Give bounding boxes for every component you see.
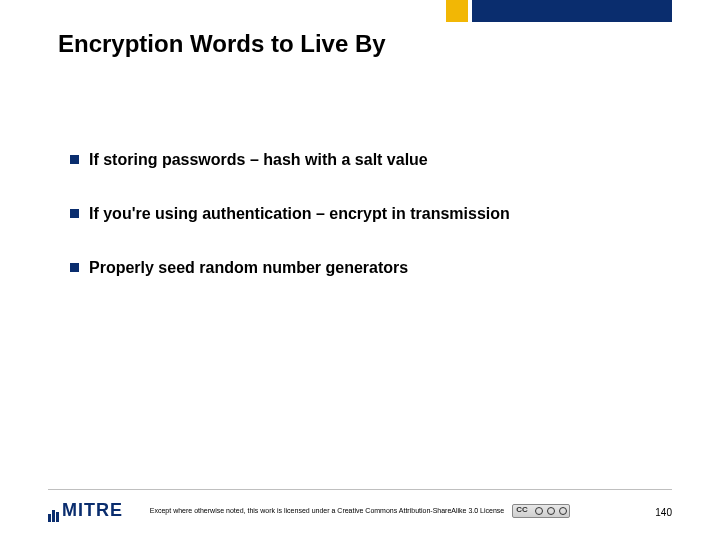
bullet-text: If you're using authentication – encrypt… bbox=[89, 204, 510, 224]
license-text: Except where otherwise noted, this work … bbox=[150, 507, 504, 514]
bullet-text: Properly seed random number generators bbox=[89, 258, 408, 278]
license-line: Except where otherwise noted, this work … bbox=[0, 504, 720, 518]
bullet-item: If storing passwords – hash with a salt … bbox=[70, 150, 660, 170]
slide: Encryption Words to Live By If storing p… bbox=[0, 0, 720, 540]
bullet-item: Properly seed random number generators bbox=[70, 258, 660, 278]
slide-title: Encryption Words to Live By bbox=[58, 30, 386, 58]
footer-divider bbox=[48, 489, 672, 490]
bullet-marker-icon bbox=[70, 209, 79, 218]
accent-bar bbox=[446, 0, 672, 22]
accent-rect-navy bbox=[472, 0, 672, 22]
bullet-marker-icon bbox=[70, 155, 79, 164]
bullet-marker-icon bbox=[70, 263, 79, 272]
bullet-text: If storing passwords – hash with a salt … bbox=[89, 150, 428, 170]
page-number: 140 bbox=[655, 507, 672, 518]
cc-badge-icon bbox=[512, 504, 570, 518]
bullet-item: If you're using authentication – encrypt… bbox=[70, 204, 660, 224]
slide-content: If storing passwords – hash with a salt … bbox=[70, 150, 660, 312]
accent-square-gold bbox=[446, 0, 468, 22]
